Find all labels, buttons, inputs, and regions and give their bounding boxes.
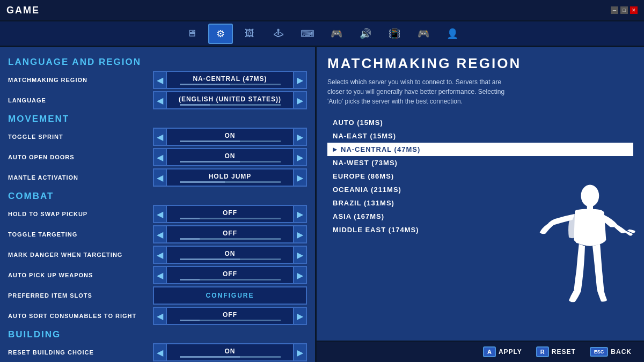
bottom-bar: A APPLY R RESET ESC BACK: [317, 341, 644, 362]
setting-control-auto-sort-consumables: ◀OFF▶: [153, 307, 307, 325]
value-text-auto-sort-consumables: OFF: [223, 311, 237, 319]
value-text-toggle-targeting: OFF: [223, 230, 237, 237]
back-button[interactable]: ESC BACK: [586, 345, 636, 359]
setting-row-auto-pick-up-weapons: AUTO PICK UP WEAPONS◀OFF▶: [8, 266, 307, 284]
left-arrow-matchmaking-region[interactable]: ◀: [153, 71, 167, 89]
left-arrow-auto-sort-consumables[interactable]: ◀: [153, 307, 167, 325]
region-label-auto: AUTO (15MS): [333, 119, 383, 127]
tab-screen[interactable]: 🖼: [237, 24, 262, 44]
region-label-na-east: NA-EAST (15MS): [333, 132, 396, 140]
section-header-combat: COMBAT: [8, 191, 307, 202]
left-arrow-mark-danger-when-targeting[interactable]: ◀: [153, 246, 167, 264]
setting-row-toggle-targeting: TOGGLE TARGETING◀OFF▶: [8, 225, 307, 243]
region-label-brazil: BRAZIL (131MS): [333, 199, 394, 207]
setting-control-auto-pick-up-weapons: ◀OFF▶: [153, 266, 307, 284]
left-arrow-reset-building-choice[interactable]: ◀: [153, 343, 167, 361]
value-text-mark-danger-when-targeting: ON: [225, 250, 236, 257]
right-arrow-auto-sort-consumables[interactable]: ▶: [293, 307, 307, 325]
value-box-auto-pick-up-weapons: OFF: [167, 266, 293, 284]
left-arrow-language[interactable]: ◀: [153, 91, 167, 109]
value-box-mantle-activation: HOLD JUMP: [167, 168, 293, 187]
setting-control-hold-to-swap-pickup: ◀OFF▶: [153, 205, 307, 223]
setting-row-preferred-item-slots: PREFERRED ITEM SLOTSCONFIGURE: [8, 286, 307, 305]
setting-control-mantle-activation: ◀HOLD JUMP▶: [153, 168, 307, 187]
tab-audio[interactable]: 🔊: [353, 24, 378, 44]
setting-control-language: ◀(ENGLISH (UNITED STATES))▶: [153, 91, 307, 109]
setting-label-auto-pick-up-weapons: AUTO PICK UP WEAPONS: [8, 272, 153, 278]
reset-key: R: [536, 346, 549, 357]
section-header-building: BUILDING: [8, 329, 307, 340]
apply-label: APPLY: [499, 348, 522, 356]
left-arrow-toggle-sprint[interactable]: ◀: [153, 128, 167, 146]
tab-accessibility[interactable]: 📳: [382, 24, 407, 44]
left-arrow-auto-open-doors[interactable]: ◀: [153, 148, 167, 166]
right-arrow-hold-to-swap-pickup[interactable]: ▶: [293, 205, 307, 223]
character-svg: [531, 180, 639, 341]
region-label-asia: ASIA (167MS): [333, 212, 384, 220]
tab-gamepad[interactable]: 🎮: [324, 24, 349, 44]
setting-row-toggle-sprint: TOGGLE SPRINT◀ON▶: [8, 128, 307, 146]
reset-button[interactable]: R RESET: [532, 344, 580, 359]
left-panel: LANGUAGE AND REGIONMATCHMAKING REGION◀NA…: [0, 47, 317, 362]
right-arrow-toggle-targeting[interactable]: ▶: [293, 225, 307, 243]
tab-gear[interactable]: ⚙: [208, 24, 233, 44]
region-label-middle-east: MIDDLE EAST (174MS): [333, 226, 419, 234]
minimize-button[interactable]: ─: [611, 6, 618, 14]
setting-row-mantle-activation: MANTLE ACTIVATION◀HOLD JUMP▶: [8, 168, 307, 187]
right-arrow-matchmaking-region[interactable]: ▶: [293, 71, 307, 89]
nav-tabs: 🖥 ⚙ 🖼 🕹 ⌨ 🎮 🔊 📳 🎮 👤: [0, 21, 644, 47]
region-selected-arrow: ▶: [333, 146, 338, 152]
value-box-reset-building-choice: ON: [167, 343, 293, 361]
setting-row-auto-open-doors: AUTO OPEN DOORS◀ON▶: [8, 148, 307, 166]
left-arrow-mantle-activation[interactable]: ◀: [153, 168, 167, 187]
region-label-oceania: OCEANIA (211MS): [333, 186, 401, 194]
setting-label-toggle-sprint: TOGGLE SPRINT: [8, 134, 153, 140]
value-box-matchmaking-region: NA-CENTRAL (47MS): [167, 71, 293, 89]
left-arrow-hold-to-swap-pickup[interactable]: ◀: [153, 205, 167, 223]
svg-rect-2: [576, 239, 603, 243]
back-key: ESC: [590, 347, 609, 357]
value-box-toggle-targeting: OFF: [167, 225, 293, 243]
region-label-europe: EUROPE (86MS): [333, 172, 394, 180]
setting-control-toggle-targeting: ◀OFF▶: [153, 225, 307, 243]
left-arrow-toggle-targeting[interactable]: ◀: [153, 225, 167, 243]
tab-monitor[interactable]: 🖥: [179, 24, 204, 44]
setting-control-toggle-sprint: ◀ON▶: [153, 128, 307, 146]
value-box-mark-danger-when-targeting: ON: [167, 246, 293, 264]
left-arrow-auto-pick-up-weapons[interactable]: ◀: [153, 266, 167, 284]
value-box-auto-open-doors: ON: [167, 148, 293, 166]
maximize-button[interactable]: □: [620, 6, 628, 14]
configure-button-preferred-item-slots[interactable]: CONFIGURE: [153, 286, 307, 305]
value-box-auto-sort-consumables: OFF: [167, 307, 293, 325]
right-arrow-auto-open-doors[interactable]: ▶: [293, 148, 307, 166]
setting-row-hold-to-swap-pickup: HOLD TO SWAP PICKUP◀OFF▶: [8, 205, 307, 223]
window-controls: ─ □ ✕: [611, 6, 638, 14]
right-panel: MATCHMAKING REGION Selects which server …: [317, 47, 644, 362]
setting-row-language: LANGUAGE◀(ENGLISH (UNITED STATES))▶: [8, 91, 307, 109]
right-arrow-toggle-sprint[interactable]: ▶: [293, 128, 307, 146]
value-text-matchmaking-region: NA-CENTRAL (47MS): [193, 75, 267, 83]
close-button[interactable]: ✕: [630, 6, 638, 14]
value-text-auto-open-doors: ON: [225, 152, 236, 160]
right-arrow-auto-pick-up-weapons[interactable]: ▶: [293, 266, 307, 284]
right-arrow-mark-danger-when-targeting[interactable]: ▶: [293, 246, 307, 264]
tab-controller[interactable]: 🕹: [266, 24, 291, 44]
region-item-na-east[interactable]: NA-EAST (15MS): [327, 129, 633, 143]
svg-point-0: [581, 184, 599, 206]
region-item-na-west[interactable]: NA-WEST (73MS): [327, 156, 633, 169]
right-arrow-language[interactable]: ▶: [293, 91, 307, 109]
right-arrow-reset-building-choice[interactable]: ▶: [293, 343, 307, 361]
setting-label-auto-sort-consumables: AUTO SORT CONSUMABLES TO RIGHT: [8, 313, 153, 319]
setting-control-reset-building-choice: ◀ON▶: [153, 343, 307, 361]
region-item-auto[interactable]: AUTO (15MS): [327, 116, 633, 129]
region-item-na-central[interactable]: ▶NA-CENTRAL (47MS): [327, 143, 633, 156]
tab-extra[interactable]: 🎮: [411, 24, 436, 44]
right-arrow-mantle-activation[interactable]: ▶: [293, 168, 307, 187]
setting-control-matchmaking-region: ◀NA-CENTRAL (47MS)▶: [153, 71, 307, 89]
tab-profile[interactable]: 👤: [440, 24, 465, 44]
apply-button[interactable]: A APPLY: [479, 344, 526, 359]
configure-text-preferred-item-slots: CONFIGURE: [206, 292, 254, 299]
tab-keyboard[interactable]: ⌨: [295, 24, 320, 44]
right-panel-description: Selects which server you wish to connect…: [327, 77, 510, 106]
main-layout: LANGUAGE AND REGIONMATCHMAKING REGION◀NA…: [0, 47, 644, 362]
